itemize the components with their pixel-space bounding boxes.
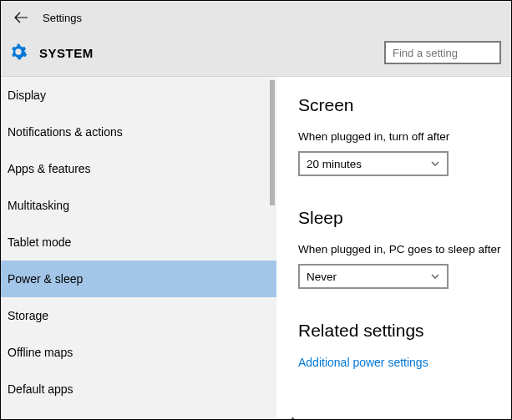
section-title-screen: Screen bbox=[298, 95, 511, 115]
sidebar-item-tablet-mode[interactable]: Tablet mode bbox=[1, 224, 276, 261]
sidebar-item-storage[interactable]: Storage bbox=[1, 297, 276, 334]
sidebar-item-display[interactable]: Display bbox=[1, 77, 276, 114]
sleep-timeout-select[interactable]: Never bbox=[298, 264, 449, 289]
sidebar-item-multitasking[interactable]: Multitasking bbox=[1, 187, 276, 224]
content: DisplayNotifications & actionsApps & fea… bbox=[1, 77, 511, 420]
section-title-sleep: Sleep bbox=[298, 208, 511, 228]
scrollbar[interactable] bbox=[270, 80, 275, 205]
sidebar-item-default-apps[interactable]: Default apps bbox=[1, 371, 276, 407]
sidebar-item-notifications[interactable]: Notifications & actions bbox=[1, 114, 276, 150]
screen-timeout-select[interactable]: 20 minutes bbox=[298, 151, 449, 176]
back-arrow-icon bbox=[13, 10, 28, 25]
back-button[interactable] bbox=[11, 8, 31, 28]
chevron-down-icon bbox=[430, 159, 440, 169]
app-title: Settings bbox=[43, 12, 82, 24]
header: Settings SYSTEM bbox=[1, 1, 511, 77]
sidebar: DisplayNotifications & actionsApps & fea… bbox=[1, 77, 276, 420]
gear-icon bbox=[9, 43, 28, 63]
cursor-icon bbox=[291, 417, 305, 420]
additional-power-settings-link[interactable]: Additional power settings bbox=[298, 356, 511, 369]
sidebar-item-apps-features[interactable]: Apps & features bbox=[1, 150, 276, 187]
sidebar-item-offline-maps[interactable]: Offline maps bbox=[1, 334, 276, 371]
sidebar-item-power-sleep[interactable]: Power & sleep bbox=[1, 261, 276, 297]
page-title: SYSTEM bbox=[39, 46, 94, 60]
sleep-timeout-value: Never bbox=[307, 271, 337, 283]
screen-timeout-label: When plugged in, turn off after bbox=[298, 130, 511, 143]
sleep-timeout-label: When plugged in, PC goes to sleep after bbox=[298, 243, 511, 256]
main-panel: Screen When plugged in, turn off after 2… bbox=[276, 77, 511, 420]
screen-timeout-value: 20 minutes bbox=[307, 158, 362, 170]
section-title-related: Related settings bbox=[298, 321, 511, 341]
search-input[interactable] bbox=[384, 41, 501, 64]
chevron-down-icon bbox=[430, 271, 440, 281]
